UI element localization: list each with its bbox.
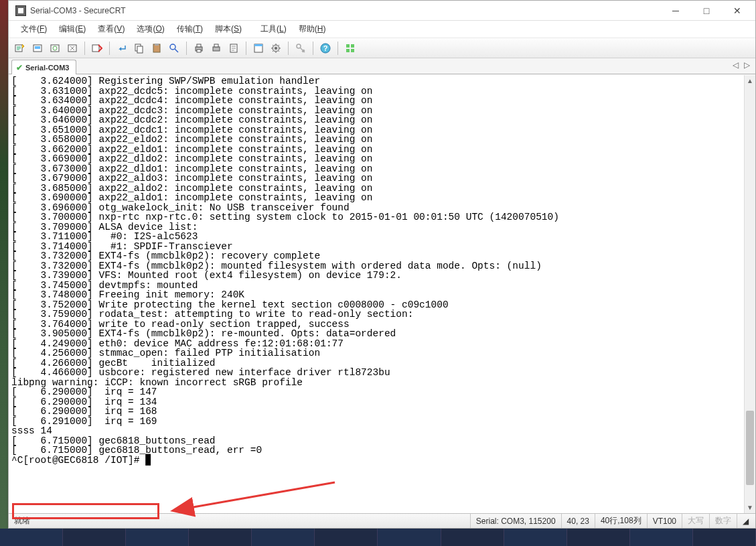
- toolbar: ?: [9, 38, 755, 58]
- desktop-sliver: [0, 0, 8, 546]
- scroll-down-button[interactable]: ▼: [745, 502, 755, 513]
- tb-disconnect[interactable]: [65, 41, 80, 56]
- tb-properties[interactable]: [251, 41, 266, 56]
- svg-point-11: [170, 44, 175, 50]
- svg-rect-15: [213, 47, 220, 51]
- svg-rect-25: [346, 44, 350, 48]
- svg-rect-14: [197, 50, 201, 52]
- terminal-area[interactable]: [ 3.624000] Registering SWP/SWPB emulati…: [9, 74, 755, 513]
- window-controls: ─ □ ✕: [660, 1, 753, 21]
- tb-connect[interactable]: [30, 41, 45, 56]
- svg-text:?: ?: [323, 44, 328, 52]
- titlebar[interactable]: Serial-COM3 - SecureCRT ─ □ ✕: [9, 1, 755, 21]
- terminal-output[interactable]: [ 3.624000] Registering SWP/SWPB emulati…: [11, 75, 742, 513]
- tb-sessionmgr[interactable]: [343, 41, 358, 56]
- statusbar: 就绪 Serial: COM3, 115200 40, 23 40行,108列 …: [9, 513, 755, 528]
- vertical-scrollbar[interactable]: ▲ ▼: [744, 75, 755, 513]
- tab-label: Serial-COM3: [25, 64, 69, 72]
- tb-enter[interactable]: [115, 41, 129, 56]
- tb-sep-5: [288, 42, 289, 55]
- scroll-up-button[interactable]: ▲: [745, 75, 755, 86]
- securecrt-window: Serial-COM3 - SecureCRT ─ □ ✕ 文件(F) 编辑(E…: [8, 0, 756, 529]
- svg-rect-2: [35, 46, 40, 49]
- connected-check-icon: ✔: [16, 63, 23, 72]
- tb-sep-4: [246, 42, 246, 55]
- maximize-button[interactable]: □: [691, 1, 722, 21]
- menu-transfer[interactable]: 传输(T): [171, 21, 208, 37]
- tab-serial-com3[interactable]: ✔ Serial-COM3: [11, 60, 76, 74]
- tb-find[interactable]: [167, 41, 181, 56]
- tb-sep-2: [109, 42, 110, 55]
- menu-file[interactable]: 文件(F): [15, 21, 52, 37]
- tb-quick-connect[interactable]: [13, 41, 27, 56]
- tb-sep-6: [313, 42, 313, 55]
- close-button[interactable]: ✕: [722, 1, 753, 21]
- svg-point-21: [275, 47, 277, 50]
- window-title: Serial-COM3 - SecureCRT: [30, 6, 125, 15]
- tb-help[interactable]: ?: [318, 41, 333, 56]
- status-connection: Serial: COM3, 115200: [470, 514, 561, 528]
- minimize-button[interactable]: ─: [660, 1, 691, 21]
- menu-view[interactable]: 查看(V): [92, 21, 130, 37]
- menu-edit[interactable]: 编辑(E): [54, 21, 91, 37]
- svg-rect-16: [214, 44, 218, 47]
- status-emulation: VT100: [647, 514, 682, 528]
- tabbar: ✔ Serial-COM3 ◁ ▷: [9, 58, 755, 74]
- status-cursor-pos: 40, 23: [561, 514, 595, 528]
- tb-key[interactable]: [293, 41, 308, 56]
- menu-help[interactable]: 帮助(H): [293, 21, 331, 37]
- scroll-thumb[interactable]: [746, 411, 754, 486]
- menu-script[interactable]: 脚本(S): [210, 21, 247, 37]
- tb-sep-7: [337, 42, 338, 55]
- scroll-track[interactable]: [745, 86, 755, 502]
- status-size: 40行,108列: [595, 514, 647, 528]
- status-caps: 大写: [682, 514, 709, 528]
- app-icon: [15, 5, 26, 16]
- tb-disconnect-x[interactable]: [90, 41, 104, 56]
- menu-options[interactable]: 选项(O): [131, 21, 169, 37]
- svg-rect-26: [351, 44, 354, 48]
- svg-rect-27: [346, 49, 350, 52]
- svg-rect-28: [351, 49, 354, 52]
- status-ready: 就绪: [14, 515, 30, 527]
- status-num: 数字: [709, 514, 737, 528]
- tb-paste[interactable]: [149, 41, 164, 56]
- svg-rect-8: [137, 46, 143, 53]
- svg-rect-10: [155, 44, 159, 46]
- tb-copy[interactable]: [132, 41, 147, 56]
- tb-printscreen[interactable]: [209, 41, 224, 56]
- tb-print[interactable]: [192, 41, 206, 56]
- menu-tools[interactable]: 工具(L): [255, 21, 292, 37]
- menubar: 文件(F) 编辑(E) 查看(V) 选项(O) 传输(T) 脚本(S) 工具(L…: [9, 21, 755, 38]
- tb-sep-1: [84, 42, 85, 55]
- os-taskbar[interactable]: [0, 529, 756, 546]
- svg-rect-6: [92, 45, 99, 52]
- tb-options[interactable]: [269, 41, 283, 56]
- status-resize-grip[interactable]: ◢: [737, 514, 750, 528]
- svg-rect-13: [197, 44, 201, 47]
- tab-next-button[interactable]: ▷: [744, 60, 750, 70]
- svg-rect-19: [254, 44, 262, 46]
- tb-log[interactable]: [226, 41, 241, 56]
- tab-prev-button[interactable]: ◁: [733, 60, 739, 70]
- tb-reconnect[interactable]: [48, 41, 62, 56]
- tb-sep-3: [186, 42, 187, 55]
